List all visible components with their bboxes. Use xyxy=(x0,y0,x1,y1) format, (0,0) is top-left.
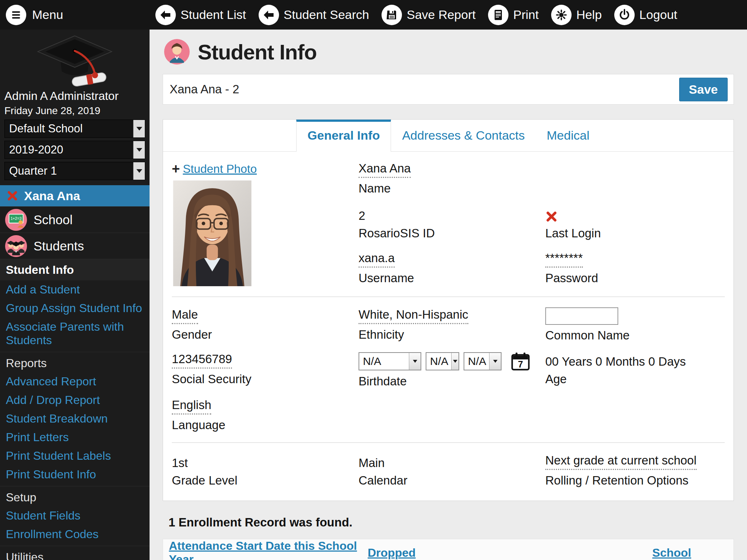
enrollment-column-dropped[interactable]: Dropped xyxy=(368,546,652,560)
username-value[interactable]: xana.a xyxy=(359,251,395,268)
school-select[interactable]: Default School xyxy=(4,120,145,138)
gender-value[interactable]: Male xyxy=(172,308,198,324)
logout-icon xyxy=(614,5,635,25)
rolling-retention-label: Rolling / Retention Options xyxy=(545,474,725,487)
topbar-item-label: Print xyxy=(513,8,539,22)
sidebar-section-reports: Reports xyxy=(0,352,150,372)
field-rolling-retention: Next grade at current school Rolling / R… xyxy=(545,453,725,487)
section-divider xyxy=(172,442,725,443)
sidebar-item-print-letters[interactable]: Print Letters xyxy=(0,428,150,447)
calendar-picker-icon[interactable]: 7 xyxy=(511,352,530,371)
birth-day-select[interactable]: N/A xyxy=(426,352,459,370)
social-security-value[interactable]: 123456789 xyxy=(172,352,232,369)
ethnicity-label: Ethnicity xyxy=(359,328,545,342)
tab-medical[interactable]: Medical xyxy=(536,120,600,151)
common-name-input[interactable] xyxy=(545,307,618,325)
add-student-photo-link[interactable]: + Student Photo xyxy=(172,161,359,177)
menu-label: Menu xyxy=(32,8,63,22)
selected-student-row[interactable]: Xana Ana xyxy=(0,185,150,206)
chevron-down-icon xyxy=(489,353,501,370)
topbar-item-label: Student Search xyxy=(284,8,369,22)
svg-text:7: 7 xyxy=(518,359,523,369)
sidebar-item-student-fields[interactable]: Student Fields xyxy=(0,506,150,525)
enrollment-column-school[interactable]: School xyxy=(652,546,728,560)
username-label: Username xyxy=(359,271,545,285)
last-login-label: Last Login xyxy=(545,226,725,240)
topbar-item-label: Help xyxy=(576,8,602,22)
birth-year-value: N/A xyxy=(468,355,486,368)
enrollment-table-header: Attendance Start Date this School Year D… xyxy=(163,539,734,560)
name-value[interactable]: Xana Ana xyxy=(359,162,411,178)
topbar-item-save-report[interactable]: Save Report xyxy=(382,5,476,25)
current-date: Friday June 28, 2019 xyxy=(0,103,150,117)
save-button[interactable]: Save xyxy=(679,78,728,101)
password-value[interactable]: ******** xyxy=(545,251,583,268)
sidebar-item-student-breakdown[interactable]: Student Breakdown xyxy=(0,409,150,428)
birth-month-select[interactable]: N/A xyxy=(359,352,421,370)
rosario-id-value: 2 xyxy=(359,209,365,223)
section-divider xyxy=(172,296,725,297)
field-age: 00 Years 0 Months 0 Days Age xyxy=(545,352,725,388)
field-grade-level: 1st Grade Level xyxy=(172,453,359,487)
arrow-left-icon xyxy=(259,5,279,25)
identity-section: + Student Photo xyxy=(172,161,725,286)
sidebar-item-print-student-labels[interactable]: Print Student Labels xyxy=(0,447,150,465)
save-icon xyxy=(382,5,402,25)
birthdate-label: Birthdate xyxy=(359,374,545,388)
sidebar-item-associate-parents[interactable]: Associate Parents with Students xyxy=(0,318,150,350)
rolling-retention-value[interactable]: Next grade at current school xyxy=(545,454,697,470)
topbar-item-label: Logout xyxy=(639,8,677,22)
deselect-student-x-icon[interactable] xyxy=(7,190,18,202)
topbar-nav: Student List Student Search xyxy=(155,5,677,25)
rosariosis-app: Menu Student List Student Search xyxy=(0,0,747,560)
topbar: Menu Student List Student Search xyxy=(0,0,747,30)
language-value[interactable]: English xyxy=(172,398,211,415)
sidebar-item-add-drop-report[interactable]: Add / Drop Report xyxy=(0,391,150,409)
chevron-down-icon xyxy=(133,120,145,137)
social-security-label: Social Security xyxy=(172,372,359,386)
hamburger-menu-icon[interactable] xyxy=(6,5,26,25)
term-select[interactable]: Quarter 1 xyxy=(4,162,145,180)
enrollment-column-attendance-start[interactable]: Attendance Start Date this School Year xyxy=(169,539,368,560)
user-name: Admin A Administrator xyxy=(0,87,150,103)
tab-addresses-contacts[interactable]: Addresses & Contacts xyxy=(391,120,535,151)
birth-month-value: N/A xyxy=(363,355,381,368)
field-language: English Language xyxy=(172,398,359,432)
birth-year-select[interactable]: N/A xyxy=(464,352,502,370)
help-icon xyxy=(551,5,572,25)
sidebar-module-school[interactable]: 1+2=3 School xyxy=(0,206,150,233)
graduation-cap-logo xyxy=(31,32,119,87)
menu-button[interactable]: Menu xyxy=(0,5,150,25)
grade-level-value: 1st xyxy=(172,456,188,470)
school-year-select[interactable]: 2019-2020 xyxy=(4,141,145,159)
topbar-item-label: Save Report xyxy=(407,8,476,22)
svg-text:1+2=3: 1+2=3 xyxy=(11,216,22,221)
field-username: xana.a Username xyxy=(359,251,545,286)
language-label: Language xyxy=(172,418,359,432)
page-header: Student Info xyxy=(150,30,747,73)
topbar-item-student-list[interactable]: Student List xyxy=(155,5,246,25)
student-info-panel: General Info Addresses & Contacts Medica… xyxy=(163,119,734,501)
photo-cell: + Student Photo xyxy=(172,161,359,286)
term-select-value: Quarter 1 xyxy=(5,164,133,178)
sidebar-item-advanced-report[interactable]: Advanced Report xyxy=(0,372,150,391)
school-year-select-value: 2019-2020 xyxy=(5,143,133,156)
hamburger-glyph xyxy=(10,9,22,21)
topbar-item-print[interactable]: Print xyxy=(488,5,539,25)
sidebar-module-students[interactable]: Students xyxy=(0,233,150,259)
sidebar-item-group-assign-student-info[interactable]: Group Assign Student Info xyxy=(0,299,150,318)
topbar-item-help[interactable]: Help xyxy=(551,5,602,25)
sidebar-item-add-a-student[interactable]: Add a Student xyxy=(0,280,150,299)
field-calendar: Main Calendar xyxy=(359,453,545,487)
field-ethnicity: White, Non-Hispanic Ethnicity xyxy=(359,307,545,342)
sidebar-item-print-student-info[interactable]: Print Student Info xyxy=(0,465,150,484)
topbar-item-logout[interactable]: Logout xyxy=(614,5,677,25)
sidebar-module-label: Students xyxy=(34,239,84,253)
topbar-item-student-search[interactable]: Student Search xyxy=(259,5,369,25)
sidebar-item-student-info[interactable]: Student Info xyxy=(0,259,150,280)
tab-general-info[interactable]: General Info xyxy=(296,120,391,152)
ethnicity-value[interactable]: White, Non-Hispanic xyxy=(359,308,468,324)
sidebar-item-enrollment-codes[interactable]: Enrollment Codes xyxy=(0,525,150,544)
enrollment-found-text: 1 Enrollment Record was found. xyxy=(163,516,734,529)
sidebar-item-label: Student Info xyxy=(6,263,74,276)
